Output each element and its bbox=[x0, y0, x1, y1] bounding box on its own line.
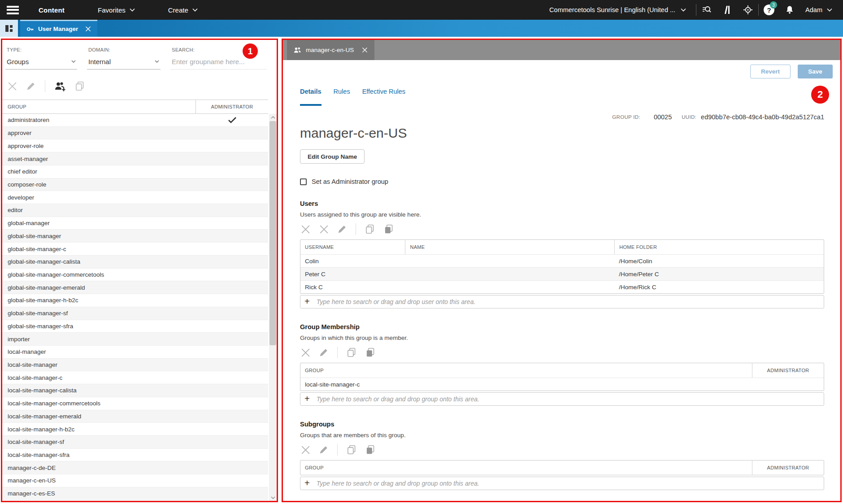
group-row[interactable]: global-site-manager bbox=[2, 230, 268, 243]
target-icon[interactable] bbox=[738, 0, 758, 20]
group-row[interactable]: manager-c-de-DE bbox=[2, 461, 268, 474]
group-row[interactable]: global-site-manager-emerald bbox=[2, 281, 268, 294]
edit-icon[interactable] bbox=[318, 444, 329, 455]
add-subgroup-placeholder[interactable]: Type here to search or drag and drop gro… bbox=[317, 480, 479, 487]
table-row[interactable]: Colin/Home/Colin bbox=[300, 254, 824, 267]
help-icon[interactable]: ? 3 bbox=[759, 0, 779, 20]
add-group-icon[interactable] bbox=[54, 81, 66, 92]
close-icon[interactable] bbox=[362, 47, 368, 53]
add-group-placeholder[interactable]: Type here to search or drag and drop gro… bbox=[317, 395, 479, 403]
table-row[interactable]: local-site-manager-c bbox=[300, 378, 824, 391]
copy-icon[interactable] bbox=[74, 80, 86, 92]
column-header-administrator[interactable]: ADMINISTRATOR bbox=[196, 104, 268, 109]
tab-details[interactable]: Details bbox=[300, 88, 322, 101]
nav-favorites-label: Favorites bbox=[98, 6, 126, 14]
app-launcher-button[interactable] bbox=[0, 20, 18, 37]
add-subgroup-dropzone[interactable]: + Type here to search or drag and drop g… bbox=[300, 477, 824, 490]
group-row[interactable]: global-site-manager-sfra bbox=[2, 320, 268, 333]
remove-icon[interactable] bbox=[300, 224, 311, 235]
group-row[interactable]: local-site-manager-sf bbox=[2, 436, 268, 449]
revert-button[interactable]: Revert bbox=[750, 65, 791, 78]
scroll-up-icon[interactable] bbox=[269, 114, 277, 121]
table-row[interactable]: Peter C/Home/Peter C bbox=[300, 267, 824, 280]
add-group-dropzone[interactable]: + Type here to search or drag and drop g… bbox=[300, 392, 824, 406]
context-selector[interactable]: Commercetools Sunrise | English (United … bbox=[549, 6, 686, 13]
admin-checkbox[interactable] bbox=[300, 178, 307, 185]
group-row[interactable]: importer bbox=[2, 333, 268, 346]
domain-select[interactable]: DOMAIN: Internal bbox=[87, 47, 161, 70]
edit-icon[interactable] bbox=[26, 81, 36, 91]
column-header-group[interactable]: GROUP bbox=[300, 363, 752, 378]
group-row[interactable]: local-site-manager bbox=[2, 359, 268, 372]
add-user-dropzone[interactable]: + Type here to search or drag and drop u… bbox=[300, 295, 824, 308]
pulse-bars-icon[interactable] bbox=[717, 0, 738, 20]
copy-icon[interactable] bbox=[346, 347, 357, 358]
paste-icon[interactable] bbox=[383, 223, 395, 235]
group-row[interactable]: local-manager bbox=[2, 346, 268, 359]
save-button[interactable]: Save bbox=[798, 65, 833, 78]
group-row[interactable]: composer-role bbox=[2, 178, 268, 191]
table-row[interactable]: Rick C/Home/Rick C bbox=[300, 280, 824, 293]
user-menu[interactable]: Adam bbox=[805, 6, 832, 13]
group-row[interactable]: developer bbox=[2, 191, 268, 204]
group-row[interactable]: global-site-manager-commercetools bbox=[2, 269, 268, 282]
nav-favorites[interactable]: Favorites bbox=[98, 6, 135, 14]
nav-content[interactable]: Content bbox=[39, 6, 65, 14]
paste-icon[interactable] bbox=[365, 444, 376, 456]
scrollbar-thumb[interactable] bbox=[269, 121, 276, 345]
app-tab-bar: User Manager bbox=[0, 20, 843, 37]
group-row[interactable]: global-site-manager-sf bbox=[2, 307, 268, 320]
context-selector-label: Commercetools Sunrise | English (United … bbox=[549, 6, 675, 13]
edit-group-name-button[interactable]: Edit Group Name bbox=[300, 149, 365, 164]
column-header-username[interactable]: USERNAME bbox=[300, 240, 405, 254]
scroll-down-icon[interactable] bbox=[269, 494, 277, 501]
column-header-administrator[interactable]: ADMINISTRATOR bbox=[752, 461, 824, 475]
edit-icon[interactable] bbox=[318, 347, 329, 358]
group-row[interactable]: global-manager bbox=[2, 217, 268, 230]
close-icon[interactable] bbox=[85, 26, 91, 32]
group-row[interactable]: approver bbox=[2, 127, 268, 140]
add-user-placeholder[interactable]: Type here to search or drag and drop use… bbox=[317, 298, 476, 305]
column-header-name[interactable]: NAME bbox=[405, 240, 614, 254]
group-row[interactable]: chief editor bbox=[2, 165, 268, 178]
paste-icon[interactable] bbox=[365, 347, 376, 358]
tab-manager-c-en-US[interactable]: manager-c-en-US bbox=[287, 40, 374, 60]
group-row[interactable]: approver-role bbox=[2, 139, 268, 152]
type-select[interactable]: TYPE: Groups bbox=[5, 47, 77, 70]
group-row[interactable]: manager-c-es-ES bbox=[2, 487, 268, 500]
group-row[interactable]: local-site-manager-sfra bbox=[2, 449, 268, 462]
edit-icon[interactable] bbox=[337, 224, 348, 235]
domain-label: DOMAIN: bbox=[87, 47, 161, 52]
delete-icon[interactable] bbox=[7, 81, 18, 92]
group-row[interactable]: local-site-manager-h-b2c bbox=[2, 423, 268, 436]
search-input[interactable]: Enter groupname here... bbox=[172, 58, 245, 65]
column-header-administrator[interactable]: ADMINISTRATOR bbox=[752, 363, 824, 378]
copy-icon[interactable] bbox=[346, 444, 357, 456]
tab-user-manager[interactable]: User Manager bbox=[20, 20, 97, 37]
column-header-group[interactable]: GROUP bbox=[300, 461, 752, 475]
group-row[interactable]: local-site-manager-calista bbox=[2, 384, 268, 397]
group-row[interactable]: manager-c-en-US bbox=[2, 474, 268, 487]
bell-icon[interactable] bbox=[779, 0, 800, 20]
column-header-group[interactable]: GROUP bbox=[2, 100, 196, 113]
group-row[interactable]: editor bbox=[2, 204, 268, 217]
group-row[interactable]: asset-manager bbox=[2, 152, 268, 165]
hamburger-menu-icon[interactable] bbox=[7, 6, 19, 14]
remove-icon[interactable] bbox=[318, 224, 330, 235]
column-header-home-folder[interactable]: HOME FOLDER bbox=[614, 240, 824, 254]
copy-icon[interactable] bbox=[364, 223, 376, 235]
tab-rules[interactable]: Rules bbox=[334, 88, 350, 101]
group-row[interactable]: local-site-manager-emerald bbox=[2, 410, 268, 423]
group-row[interactable]: global-site-manager-calista bbox=[2, 256, 268, 269]
group-row[interactable]: local-site-manager-commercetools bbox=[2, 397, 268, 410]
group-row[interactable]: global-site-manager-c bbox=[2, 243, 268, 256]
nav-create[interactable]: Create bbox=[168, 6, 198, 14]
remove-icon[interactable] bbox=[300, 347, 311, 358]
tab-effective-rules[interactable]: Effective Rules bbox=[362, 88, 405, 101]
find-icon[interactable] bbox=[696, 0, 717, 20]
scrollbar[interactable] bbox=[269, 114, 277, 501]
group-row[interactable]: administratoren bbox=[2, 114, 268, 127]
group-row[interactable]: global-site-manager-h-b2c bbox=[2, 294, 268, 307]
remove-icon[interactable] bbox=[300, 444, 311, 456]
group-row[interactable]: local-site-manager-c bbox=[2, 371, 268, 384]
